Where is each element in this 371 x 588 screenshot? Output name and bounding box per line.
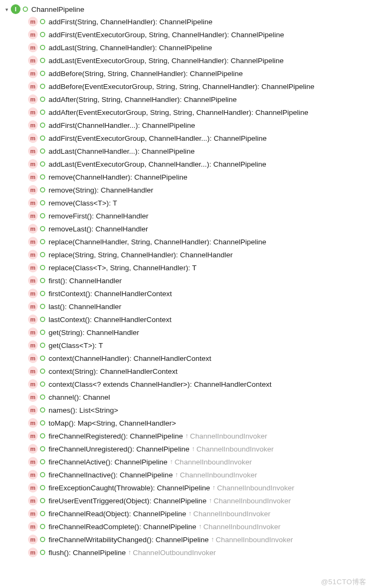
method-icon: m [28,94,38,104]
tree-method-row[interactable]: mfirst(): ChannelHandler [3,274,371,287]
tree-method-row[interactable]: mlast(): ChannelHandler [3,300,371,313]
tree-method-row[interactable]: mlastContext(): ChannelHandlerContext [3,313,371,326]
tree-method-row[interactable]: mreplace(String, String, ChannelHandler)… [3,248,371,261]
public-abstract-icon [40,32,45,37]
tree-method-row[interactable]: mfireExceptionCaught(Throwable): Channel… [3,481,371,494]
tree-method-row[interactable]: mfireChannelReadComplete(): ChannelPipel… [3,520,371,533]
public-abstract-icon [40,511,45,516]
tree-method-row[interactable]: maddLast(EventExecutorGroup, String, Cha… [3,54,371,67]
method-signature: get(String): ChannelHandler [49,329,139,337]
tree-root-row[interactable]: ▾ I ChannelPipeline [3,3,371,15]
tree-method-row[interactable]: mreplace(ChannelHandler, String, Channel… [3,235,371,248]
method-icon: m [28,120,38,130]
method-icon: m [28,392,38,402]
tree-method-row[interactable]: maddAfter(EventExecutorGroup, String, St… [3,106,371,119]
up-arrow-icon: ↑ [211,536,214,543]
svg-point-28 [40,369,45,373]
method-signature: fireChannelUnregistered(): ChannelPipeli… [49,445,189,453]
up-arrow-icon: ↑ [191,445,195,453]
tree-method-row[interactable]: mtoMap(): Map<String, ChannelHandler> [3,416,371,429]
svg-point-14 [40,188,45,192]
svg-point-41 [40,537,45,542]
tree-method-row[interactable]: maddFirst(EventExecutorGroup, ChannelHan… [3,132,371,145]
svg-point-27 [40,356,45,360]
method-icon: m [28,405,38,415]
tree-method-row[interactable]: mremoveFirst(): ChannelHandler [3,209,371,222]
up-arrow-icon: ↑ [185,432,188,440]
up-arrow-icon: ↑ [212,484,215,491]
public-abstract-icon [40,330,45,335]
tree-method-row[interactable]: mcontext(String): ChannelHandlerContext [3,365,371,378]
tree-method-row[interactable]: mfireChannelUnregistered(): ChannelPipel… [3,442,371,455]
method-signature: addFirst(ChannelHandler...): ChannelPipe… [49,121,195,129]
method-icon: m [28,314,38,324]
method-icon: m [28,107,38,117]
method-signature: toMap(): Map<String, ChannelHandler> [49,419,176,427]
interface-icon: I [11,4,20,14]
tree-method-row[interactable]: mcontext(ChannelHandler): ChannelHandler… [3,352,371,365]
method-icon: m [28,431,38,441]
tree-method-row[interactable]: mremoveLast(): ChannelHandler [3,222,371,235]
tree-method-row[interactable]: mget(Class<T>): T [3,339,371,352]
svg-point-26 [40,343,45,347]
public-abstract-icon [40,355,45,361]
tree-method-row[interactable]: mcontext(Class<? extends ChannelHandler>… [3,378,371,391]
tree-method-row[interactable]: maddFirst(EventExecutorGroup, String, Ch… [3,28,371,41]
tree-method-row[interactable]: mchannel(): Channel [3,391,371,404]
up-arrow-icon: ↑ [209,497,212,504]
svg-point-9 [40,123,45,127]
tree-method-row[interactable]: maddBefore(EventExecutorGroup, String, S… [3,80,371,93]
tree-method-row[interactable]: mnames(): List<String> [3,404,371,416]
method-icon: m [28,457,38,467]
svg-point-19 [40,252,45,257]
method-signature: replace(ChannelHandler, String, ChannelH… [49,238,266,246]
tree-method-row[interactable]: mremove(ChannelHandler): ChannelPipeline [3,170,371,183]
tree-method-row[interactable]: mfireChannelRegistered(): ChannelPipelin… [3,429,371,442]
tree-method-row[interactable]: mflush(): ChannelPipeline↑ChannelOutboun… [3,546,371,559]
method-signature: lastContext(): ChannelHandlerContext [49,316,171,324]
public-abstract-icon [40,226,45,231]
tree-method-row[interactable]: maddFirst(String, ChannelHandler): Chann… [3,15,371,28]
inherited-from: ChannelOutboundInvoker [133,549,216,557]
svg-point-31 [40,408,45,412]
svg-point-0 [23,7,28,11]
public-abstract-icon [40,524,45,529]
tree-method-row[interactable]: mremove(Class<T>): T [3,196,371,209]
tree-method-row[interactable]: mfireChannelActive(): ChannelPipeline↑Ch… [3,455,371,468]
public-abstract-icon [40,407,45,413]
public-abstract-icon [40,71,45,76]
tree-method-row[interactable]: mfireChannelWritabilityChanged(): Channe… [3,533,371,546]
inherited-from: ChannelInboundInvoker [203,523,280,531]
method-icon: m [28,522,38,531]
up-arrow-icon: ↑ [170,458,173,466]
public-abstract-icon [23,6,28,12]
tree-method-row[interactable]: maddLast(String, ChannelHandler): Channe… [3,41,371,54]
method-signature: get(Class<T>): T [49,341,103,350]
tree-method-row[interactable]: maddLast(ChannelHandler...): ChannelPipe… [3,145,371,158]
tree-method-row[interactable]: mremove(String): ChannelHandler [3,183,371,196]
method-icon: m [28,340,38,350]
svg-point-15 [40,201,45,205]
method-icon: m [28,172,38,182]
public-abstract-icon [40,459,45,464]
tree-method-row[interactable]: maddFirst(ChannelHandler...): ChannelPip… [3,119,371,132]
method-signature: first(): ChannelHandler [49,277,122,285]
tree-method-row[interactable]: mfireChannelInactive(): ChannelPipeline↑… [3,468,371,481]
tree-method-row[interactable]: maddBefore(String, String, ChannelHandle… [3,67,371,80]
tree-method-row[interactable]: mfireUserEventTriggered(Object): Channel… [3,494,371,507]
expand-arrow-icon[interactable]: ▾ [3,6,10,12]
public-abstract-icon [40,252,45,257]
structure-tree: ▾ I ChannelPipeline maddFirst(String, Ch… [0,0,371,559]
method-icon: m [28,185,38,195]
method-signature: addLast(EventExecutorGroup, String, Chan… [49,57,284,65]
method-icon: m [28,30,38,39]
tree-method-row[interactable]: mget(String): ChannelHandler [3,326,371,339]
public-abstract-icon [40,19,45,24]
tree-method-row[interactable]: mfirstContext(): ChannelHandlerContext [3,287,371,300]
tree-method-row[interactable]: maddLast(EventExecutorGroup, ChannelHand… [3,158,371,170]
tree-method-row[interactable]: mreplace(Class<T>, String, ChannelHandle… [3,261,371,274]
svg-point-5 [40,71,45,76]
tree-method-row[interactable]: maddAfter(String, String, ChannelHandler… [3,93,371,106]
method-signature: addAfter(String, String, ChannelHandler)… [49,95,237,104]
tree-method-row[interactable]: mfireChannelRead(Object): ChannelPipelin… [3,507,371,520]
